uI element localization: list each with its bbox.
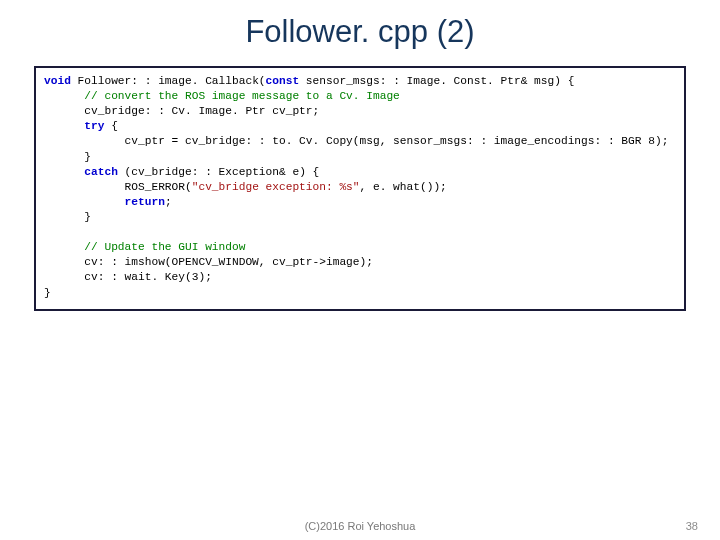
slide-title: Follower. cpp (2): [0, 0, 720, 60]
code-text: [44, 120, 84, 132]
kw-return: return: [125, 196, 165, 208]
code-text: , e. what());: [360, 181, 447, 193]
kw-try: try: [84, 120, 104, 132]
kw-void: void: [44, 75, 71, 87]
slide: Follower. cpp (2) void Follower: : image…: [0, 0, 720, 540]
code-string: "cv_bridge exception: %s": [192, 181, 360, 193]
code-text: cv_ptr = cv_bridge: : to. Cv. Copy(msg, …: [44, 135, 668, 147]
code-text: ;: [165, 196, 172, 208]
code-text: [44, 196, 125, 208]
code-block: void Follower: : image. Callback(const s…: [34, 66, 686, 311]
code-text: }: [44, 287, 51, 299]
page-number: 38: [686, 520, 698, 532]
code-text: sensor_msgs: : Image. Const. Ptr& msg) {: [299, 75, 574, 87]
code-comment: // convert the ROS image message to a Cv…: [44, 90, 400, 102]
code-text: }: [44, 211, 91, 223]
code-text: cv_bridge: : Cv. Image. Ptr cv_ptr;: [44, 105, 319, 117]
code-text: (cv_bridge: : Exception& e) {: [118, 166, 319, 178]
code-text: }: [44, 151, 91, 163]
code-text: cv: : wait. Key(3);: [44, 271, 212, 283]
code-text: cv: : imshow(OPENCV_WINDOW, cv_ptr->imag…: [44, 256, 373, 268]
kw-const: const: [266, 75, 300, 87]
kw-catch: catch: [84, 166, 118, 178]
footer-copyright: (C)2016 Roi Yehoshua: [305, 520, 416, 532]
code-text: Follower: : image. Callback(: [71, 75, 266, 87]
code-text: ROS_ERROR(: [44, 181, 192, 193]
code-text: [44, 166, 84, 178]
code-comment: // Update the GUI window: [44, 241, 245, 253]
code-text: {: [104, 120, 117, 132]
